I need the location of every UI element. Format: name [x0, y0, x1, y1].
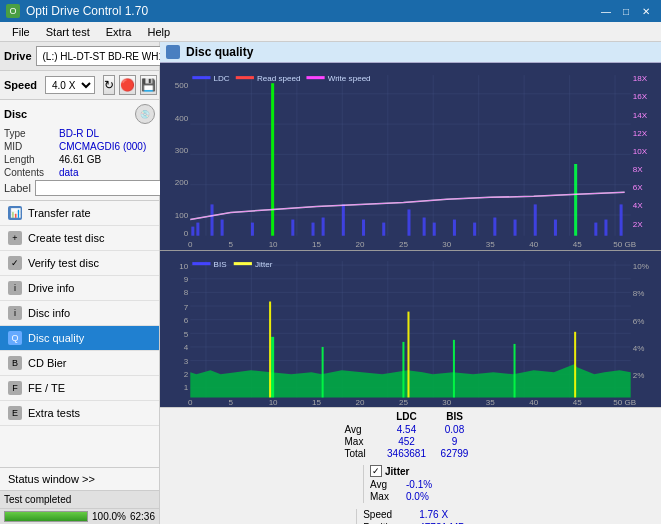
disc-panel: Disc 💿 Type BD-R DL MID CMCMAGDI6 (000) … — [0, 100, 159, 201]
svg-rect-27 — [192, 76, 210, 79]
label-input[interactable] — [35, 180, 168, 196]
nav-label-disc-info: Disc info — [28, 307, 70, 319]
svg-rect-97 — [407, 311, 409, 397]
svg-rect-90 — [271, 337, 274, 398]
svg-text:2: 2 — [184, 370, 189, 379]
svg-text:5: 5 — [228, 240, 233, 249]
svg-text:10: 10 — [179, 262, 188, 271]
svg-text:300: 300 — [175, 146, 189, 155]
svg-rect-40 — [312, 223, 315, 236]
total-bis: 62799 — [433, 448, 477, 459]
svg-text:100: 100 — [175, 211, 189, 220]
svg-text:400: 400 — [175, 114, 189, 123]
max-ldc: 452 — [381, 436, 433, 447]
svg-text:10%: 10% — [633, 262, 649, 271]
close-button[interactable]: ✕ — [637, 4, 655, 18]
svg-rect-36 — [221, 220, 224, 236]
content-header-icon — [166, 45, 180, 59]
menu-extra[interactable]: Extra — [98, 24, 140, 40]
svg-text:45: 45 — [573, 240, 582, 249]
speed-stat-val: 1.76 X — [419, 509, 448, 520]
svg-text:9: 9 — [184, 275, 189, 284]
svg-text:8%: 8% — [633, 289, 645, 298]
svg-rect-51 — [514, 220, 517, 236]
toolbar-btn-1[interactable]: ↻ — [103, 75, 115, 95]
menu-start-test[interactable]: Start test — [38, 24, 98, 40]
toolbar-btn-2[interactable]: 🔴 — [119, 75, 136, 95]
svg-text:7: 7 — [184, 302, 189, 311]
nav-label-verify-test-disc: Verify test disc — [28, 257, 99, 269]
svg-rect-91 — [322, 347, 324, 398]
svg-rect-35 — [211, 204, 214, 235]
status-window-button[interactable]: Status window >> — [0, 467, 159, 490]
svg-text:35: 35 — [486, 240, 495, 249]
verify-test-disc-icon: ✓ — [8, 256, 22, 270]
avg-bis: 0.08 — [433, 424, 477, 435]
speed-dropdown-toolbar[interactable]: 4.0 X — [45, 76, 95, 94]
svg-text:Jitter: Jitter — [255, 260, 273, 269]
svg-text:500: 500 — [175, 81, 189, 90]
type-value: BD-R DL — [59, 128, 155, 139]
nav-item-cd-bier[interactable]: B CD Bier — [0, 351, 159, 376]
nav-item-disc-quality[interactable]: Q Disc quality — [0, 326, 159, 351]
label-label: Label — [4, 182, 31, 194]
content-title: Disc quality — [186, 45, 253, 59]
svg-text:25: 25 — [399, 240, 408, 249]
svg-rect-37 — [251, 223, 254, 236]
menu-bar: File Start test Extra Help — [0, 22, 661, 42]
avg-jitter: -0.1% — [406, 479, 458, 490]
avg-label: Avg — [345, 424, 381, 435]
svg-rect-87 — [234, 262, 252, 265]
transfer-rate-icon: 📊 — [8, 206, 22, 220]
toolbar-btn-3[interactable]: 💾 — [140, 75, 157, 95]
svg-rect-57 — [620, 204, 623, 235]
svg-text:16X: 16X — [633, 92, 648, 101]
nav-list: 📊 Transfer rate + Create test disc ✓ Ver… — [0, 201, 159, 467]
ldc-bis-stats: LDC BIS Avg 4.54 0.08 Max 452 9 Total 34… — [345, 411, 477, 459]
drive-label: Drive — [4, 50, 32, 62]
svg-rect-49 — [473, 223, 476, 236]
minimize-button[interactable]: — — [597, 4, 615, 18]
extra-tests-icon: E — [8, 406, 22, 420]
chart1-svg: 500 400 300 200 100 0 18X 16X 14X 12X 10… — [160, 63, 661, 250]
menu-help[interactable]: Help — [139, 24, 178, 40]
menu-file[interactable]: File — [4, 24, 38, 40]
nav-item-create-test-disc[interactable]: + Create test disc — [0, 226, 159, 251]
svg-rect-33 — [191, 227, 194, 236]
svg-text:15: 15 — [312, 240, 321, 249]
svg-text:30: 30 — [442, 397, 451, 406]
svg-rect-31 — [306, 76, 324, 79]
nav-item-fe-te[interactable]: F FE / TE — [0, 376, 159, 401]
jitter-checkbox[interactable]: ✓ — [370, 465, 382, 477]
create-test-disc-icon: + — [8, 231, 22, 245]
svg-text:BIS: BIS — [214, 260, 228, 269]
svg-text:1: 1 — [184, 383, 189, 392]
max-label2: Max — [370, 491, 406, 502]
maximize-button[interactable]: □ — [617, 4, 635, 18]
nav-item-drive-info[interactable]: i Drive info — [0, 276, 159, 301]
disc-info-icon: i — [8, 306, 22, 320]
svg-rect-93 — [453, 340, 455, 398]
speed-position-stats: Speed 1.76 X Position 47731 MB Samples 7… — [356, 509, 465, 524]
svg-rect-56 — [604, 220, 607, 236]
title-bar: O Opti Drive Control 1.70 — □ ✕ — [0, 0, 661, 22]
nav-item-disc-info[interactable]: i Disc info — [0, 301, 159, 326]
total-ldc: 3463681 — [381, 448, 433, 459]
mid-label: MID — [4, 141, 59, 152]
content-area: Disc quality 500 400 300 200 100 0 — [160, 42, 661, 524]
svg-rect-41 — [322, 218, 325, 236]
svg-text:10: 10 — [269, 240, 278, 249]
avg-ldc: 4.54 — [381, 424, 433, 435]
drive-row: Drive (L:) HL-DT-ST BD-RE WH16NS58 TST4 … — [0, 42, 159, 71]
progress-time: 62:36 — [130, 511, 155, 522]
svg-rect-43 — [362, 220, 365, 236]
nav-item-verify-test-disc[interactable]: ✓ Verify test disc — [0, 251, 159, 276]
svg-rect-94 — [514, 344, 516, 398]
svg-rect-54 — [574, 164, 577, 236]
avg-label2: Avg — [370, 479, 406, 490]
svg-rect-42 — [342, 204, 345, 235]
nav-item-extra-tests[interactable]: E Extra tests — [0, 401, 159, 426]
svg-text:18X: 18X — [633, 74, 648, 83]
nav-item-transfer-rate[interactable]: 📊 Transfer rate — [0, 201, 159, 226]
svg-rect-92 — [402, 342, 404, 398]
